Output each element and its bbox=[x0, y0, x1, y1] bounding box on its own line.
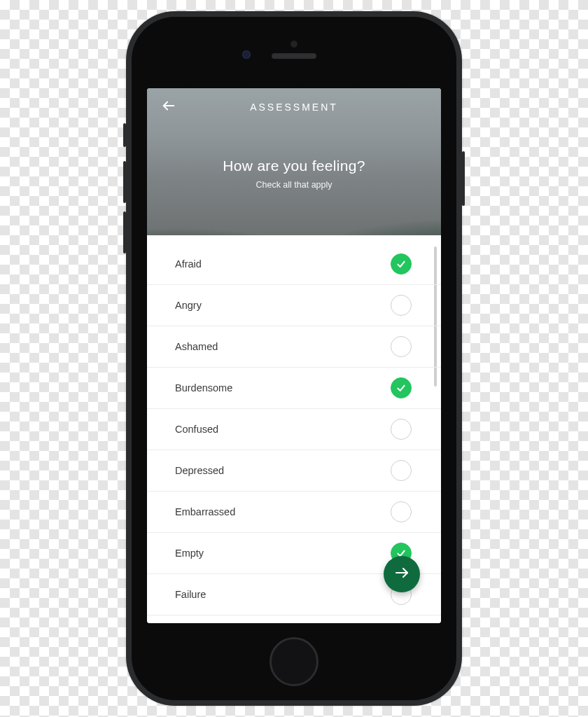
option-label: Angry bbox=[175, 300, 202, 311]
question-hint: Check all that apply bbox=[255, 180, 332, 190]
phone-frame: ASSESSMENT How are you feeling? Check al… bbox=[126, 11, 462, 706]
prompt-block: How are you feeling? Check all that appl… bbox=[147, 126, 441, 235]
back-button[interactable] bbox=[157, 95, 181, 119]
option-label: Burdensome bbox=[175, 382, 232, 394]
proximity-sensor bbox=[290, 41, 298, 48]
option-label: Afraid bbox=[175, 258, 202, 270]
option-row[interactable]: Angry bbox=[147, 285, 441, 326]
volume-down bbox=[123, 211, 126, 253]
option-row[interactable]: Burdensome bbox=[147, 368, 441, 409]
checkbox-unchecked[interactable] bbox=[391, 336, 412, 357]
top-bar: ASSESSMENT bbox=[147, 88, 441, 126]
option-row[interactable]: Confused bbox=[147, 409, 441, 450]
arrow-left-icon bbox=[161, 98, 176, 116]
volume-up bbox=[123, 161, 126, 203]
checkbox-checked[interactable] bbox=[391, 253, 412, 274]
checkbox-checked[interactable] bbox=[391, 377, 412, 398]
option-label: Ashamed bbox=[175, 341, 218, 352]
next-button[interactable] bbox=[384, 556, 420, 592]
screen-title: ASSESSMENT bbox=[250, 102, 338, 113]
option-row[interactable]: Frustrated bbox=[147, 615, 441, 623]
options-panel: AfraidAngryAshamedBurdensomeConfusedDepr… bbox=[147, 235, 441, 623]
question-text: How are you feeling? bbox=[223, 158, 365, 174]
arrow-right-icon bbox=[393, 564, 410, 584]
option-label: Embarrassed bbox=[175, 506, 235, 517]
checkbox-unchecked[interactable] bbox=[391, 419, 412, 440]
header-hero: ASSESSMENT How are you feeling? Check al… bbox=[147, 88, 441, 235]
check-icon bbox=[396, 382, 407, 394]
phone-bezel: ASSESSMENT How are you feeling? Check al… bbox=[132, 17, 456, 700]
option-row[interactable]: Ashamed bbox=[147, 326, 441, 368]
option-row[interactable]: Afraid bbox=[147, 239, 441, 285]
front-camera bbox=[242, 50, 251, 59]
option-label: Empty bbox=[175, 548, 204, 559]
option-label: Confused bbox=[175, 424, 218, 435]
option-label: Failure bbox=[175, 589, 206, 600]
power-button bbox=[462, 151, 465, 206]
checkbox-unchecked[interactable] bbox=[391, 501, 412, 522]
checkbox-unchecked[interactable] bbox=[391, 295, 412, 316]
checkbox-unchecked[interactable] bbox=[391, 460, 412, 481]
option-label: Depressed bbox=[175, 465, 224, 476]
earpiece-speaker bbox=[272, 53, 316, 59]
option-row[interactable]: Depressed bbox=[147, 450, 441, 492]
option-row[interactable]: Embarrassed bbox=[147, 492, 441, 533]
check-icon bbox=[396, 258, 407, 270]
mute-switch bbox=[123, 123, 126, 147]
home-button[interactable] bbox=[270, 637, 318, 686]
app-screen: ASSESSMENT How are you feeling? Check al… bbox=[147, 88, 441, 623]
